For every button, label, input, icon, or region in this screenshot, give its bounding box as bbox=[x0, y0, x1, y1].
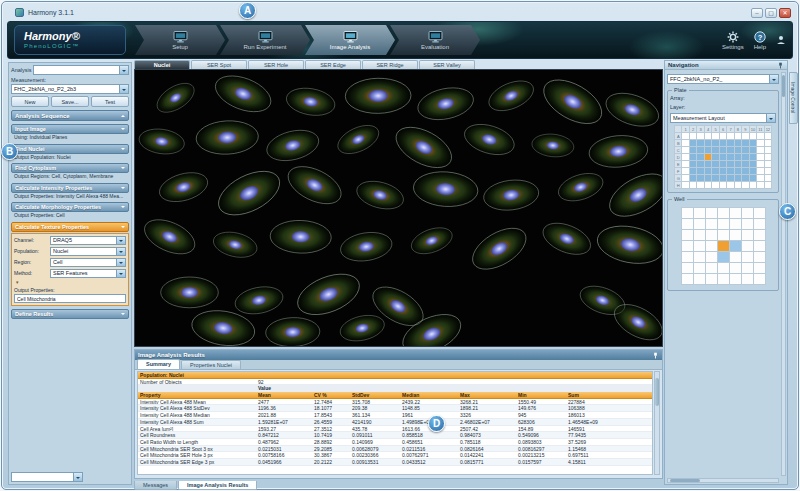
well-field[interactable] bbox=[730, 208, 742, 219]
well-field[interactable] bbox=[742, 241, 754, 252]
well-field[interactable] bbox=[682, 219, 694, 230]
image-tab-ser-valley[interactable]: SER Valley bbox=[419, 60, 475, 69]
plate-well[interactable] bbox=[757, 147, 764, 154]
plate-well[interactable] bbox=[705, 161, 712, 168]
plate-well[interactable] bbox=[697, 133, 704, 140]
scroll-thumb[interactable] bbox=[670, 479, 700, 482]
plate-well[interactable] bbox=[712, 175, 719, 182]
well-field[interactable] bbox=[730, 252, 742, 263]
plate-well[interactable] bbox=[682, 161, 689, 168]
plate-well[interactable] bbox=[727, 140, 734, 147]
plate-well[interactable] bbox=[705, 147, 712, 154]
plate-well[interactable] bbox=[750, 175, 757, 182]
plate-well[interactable] bbox=[682, 175, 689, 182]
well-field[interactable] bbox=[742, 219, 754, 230]
tab-properties-nuclei[interactable]: Properties Nuclei bbox=[181, 360, 241, 369]
field-dropdown-channel-[interactable]: DRAQ5 bbox=[50, 236, 126, 245]
well-field[interactable] bbox=[706, 252, 718, 263]
user-icon[interactable] bbox=[776, 35, 786, 45]
plate-well[interactable] bbox=[757, 140, 764, 147]
plate-well[interactable] bbox=[742, 175, 749, 182]
plate-well[interactable] bbox=[690, 168, 697, 175]
plate-well[interactable] bbox=[720, 161, 727, 168]
plate-well[interactable] bbox=[720, 133, 727, 140]
well-field[interactable] bbox=[754, 208, 766, 219]
pin-icon[interactable] bbox=[652, 352, 659, 359]
plate-well[interactable] bbox=[697, 161, 704, 168]
plate-well[interactable] bbox=[727, 133, 734, 140]
plate-well[interactable] bbox=[720, 140, 727, 147]
plate-well[interactable] bbox=[682, 168, 689, 175]
well-field[interactable] bbox=[694, 219, 706, 230]
plate-well[interactable] bbox=[720, 168, 727, 175]
well-field[interactable] bbox=[718, 252, 730, 263]
well-field[interactable] bbox=[754, 230, 766, 241]
step-find-cytoplasm[interactable]: Find Cytoplasm bbox=[11, 163, 129, 173]
well-field[interactable] bbox=[682, 252, 694, 263]
tab-summary[interactable]: Summary bbox=[137, 359, 180, 369]
plate-well[interactable] bbox=[750, 168, 757, 175]
plate-well[interactable] bbox=[757, 182, 764, 189]
plate-well[interactable] bbox=[682, 147, 689, 154]
well-field[interactable] bbox=[718, 230, 730, 241]
step-calculate-texture-properties[interactable]: Calculate Texture Properties bbox=[11, 222, 129, 232]
plate-well[interactable] bbox=[735, 168, 742, 175]
plate-well[interactable] bbox=[712, 182, 719, 189]
step-find-nuclei[interactable]: Find Nuclei bbox=[11, 144, 129, 154]
plate-well[interactable] bbox=[720, 182, 727, 189]
output-properties-input[interactable]: Cell Mitochondria bbox=[14, 294, 126, 303]
plate-well[interactable] bbox=[697, 140, 704, 147]
step-define-results[interactable]: Define Results bbox=[11, 309, 129, 319]
plate-well[interactable] bbox=[742, 168, 749, 175]
plate-well[interactable] bbox=[690, 175, 697, 182]
plate-well[interactable] bbox=[697, 168, 704, 175]
plate-well[interactable] bbox=[742, 147, 749, 154]
navigation-scrollbar-horizontal[interactable] bbox=[667, 478, 779, 483]
step-calculate-intensity-properties[interactable]: Calculate Intensity Properties bbox=[11, 183, 129, 193]
well-field[interactable] bbox=[694, 241, 706, 252]
well-field[interactable] bbox=[718, 208, 730, 219]
plate-well[interactable] bbox=[750, 140, 757, 147]
plate-well[interactable] bbox=[757, 154, 764, 161]
layer-dropdown[interactable]: Measurement Layout bbox=[670, 113, 776, 123]
plate-well[interactable] bbox=[727, 147, 734, 154]
plate-well[interactable] bbox=[750, 154, 757, 161]
plate-well[interactable] bbox=[712, 140, 719, 147]
field-dropdown-method-[interactable]: SER Features bbox=[50, 269, 126, 278]
well-field[interactable] bbox=[682, 230, 694, 241]
plate-well[interactable] bbox=[727, 161, 734, 168]
well-field[interactable] bbox=[730, 219, 742, 230]
well-field[interactable] bbox=[706, 274, 718, 285]
pin-icon[interactable] bbox=[777, 62, 784, 69]
expander-icon[interactable]: ▾ bbox=[16, 280, 126, 285]
well-field[interactable] bbox=[706, 241, 718, 252]
scroll-thumb[interactable] bbox=[655, 378, 659, 406]
well-field[interactable] bbox=[754, 263, 766, 274]
plate-well[interactable] bbox=[712, 161, 719, 168]
settings-button[interactable]: Settings bbox=[722, 31, 744, 50]
plate-well[interactable] bbox=[682, 140, 689, 147]
plate-well[interactable] bbox=[765, 168, 772, 175]
bottom-dropdown[interactable] bbox=[11, 472, 83, 482]
well-field[interactable] bbox=[742, 263, 754, 274]
well-field[interactable] bbox=[730, 263, 742, 274]
image-tab-ser-spot[interactable]: SER Spot bbox=[191, 60, 247, 69]
well-field[interactable] bbox=[706, 230, 718, 241]
scroll-thumb[interactable] bbox=[782, 75, 785, 97]
plate-well[interactable] bbox=[765, 182, 772, 189]
plate-well[interactable] bbox=[735, 161, 742, 168]
image-tab-ser-ridge[interactable]: SER Ridge bbox=[362, 60, 418, 69]
plate-well[interactable] bbox=[712, 147, 719, 154]
well-field[interactable] bbox=[742, 230, 754, 241]
well-field[interactable] bbox=[754, 252, 766, 263]
plate-well[interactable] bbox=[712, 133, 719, 140]
tab-image-analysis-results[interactable]: Image Analysis Results bbox=[178, 481, 257, 490]
plate-well[interactable] bbox=[742, 182, 749, 189]
plate-well[interactable] bbox=[690, 182, 697, 189]
plate-well[interactable] bbox=[720, 154, 727, 161]
tab-messages[interactable]: Messages bbox=[134, 481, 177, 490]
well-field[interactable] bbox=[718, 263, 730, 274]
plate-well[interactable] bbox=[697, 175, 704, 182]
plate-well[interactable] bbox=[735, 147, 742, 154]
plate-well[interactable] bbox=[682, 133, 689, 140]
